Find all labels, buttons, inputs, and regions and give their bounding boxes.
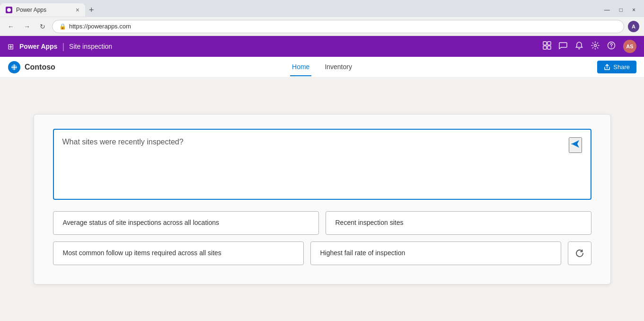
suggestion-common-items[interactable]: Most common follow up items required acr… (53, 241, 304, 265)
contoso-logo-icon (8, 61, 21, 74)
browser-tab: Power Apps × (0, 3, 85, 17)
suggestions-row1: Average status of site inspections acros… (53, 211, 591, 235)
svg-point-0 (7, 8, 11, 12)
svg-rect-4 (547, 46, 551, 49)
search-send-button[interactable] (569, 137, 582, 153)
svg-rect-3 (543, 46, 547, 49)
address-bar: ← → ↻ 🔒 https://powerapps.com A (0, 17, 644, 36)
lock-icon: 🔒 (59, 23, 66, 30)
close-button[interactable]: × (629, 7, 638, 13)
tab-inventory[interactable]: Inventory (323, 58, 354, 76)
suggestion-avg-status[interactable]: Average status of site inspections acros… (53, 211, 319, 235)
app-profile-icon[interactable]: AS (623, 40, 636, 53)
app-header-icons: AS (543, 40, 636, 53)
suggestion-recent-sites[interactable]: Recent inspection sites (326, 211, 591, 235)
tab-close-icon[interactable]: × (76, 6, 79, 14)
forward-button[interactable]: → (21, 21, 33, 32)
address-text: https://powerapps.com (69, 23, 131, 30)
share-icon (604, 64, 610, 71)
app-content: Contoso Home Inventory Share What sites … (0, 57, 644, 321)
tab-title: Power Apps (16, 7, 72, 13)
suggestion-fail-rate[interactable]: Highest fail rate of inspection (310, 241, 561, 265)
grid-icon[interactable]: ⊞ (8, 42, 14, 51)
svg-rect-1 (543, 42, 547, 45)
powerapps-logo-label: Power Apps (19, 43, 57, 50)
app-logo-name: Contoso (25, 63, 55, 71)
new-tab-button[interactable]: + (85, 5, 98, 15)
tab-home[interactable]: Home (290, 58, 311, 76)
bell-icon[interactable] (575, 41, 583, 52)
address-input[interactable]: 🔒 https://powerapps.com (52, 20, 624, 33)
suggestions-row2: Most common follow up items required acr… (53, 241, 591, 265)
puzzle-icon[interactable] (543, 41, 551, 52)
main-panel: What sites were recently inspected? Aver… (34, 114, 611, 284)
app-logo-area: Contoso (8, 61, 55, 74)
gear-icon[interactable] (591, 41, 600, 52)
nav-tabs: Home Inventory (290, 58, 354, 76)
window-controls: — □ × (601, 7, 644, 13)
app-nav: Contoso Home Inventory Share (0, 57, 644, 78)
refresh-icon (575, 249, 584, 258)
browser-profile-icon[interactable]: A (628, 21, 639, 32)
minimize-button[interactable]: — (601, 7, 613, 13)
refresh-suggestions-button[interactable] (568, 241, 591, 265)
share-button[interactable]: Share (597, 61, 636, 73)
send-icon (570, 138, 581, 150)
refresh-browser-button[interactable]: ↻ (37, 21, 48, 32)
header-divider: | (62, 42, 64, 52)
search-box[interactable]: What sites were recently inspected? (53, 129, 591, 200)
svg-point-5 (594, 45, 597, 47)
app-header-title: Site inspection (69, 43, 112, 50)
tab-favicon (6, 7, 12, 13)
tab-bar: Power Apps × + — □ × (0, 0, 644, 17)
main-area: What sites were recently inspected? Aver… (0, 78, 644, 321)
search-input[interactable]: What sites were recently inspected? (62, 136, 564, 148)
chat-icon[interactable] (559, 41, 567, 52)
question-icon[interactable] (607, 41, 616, 52)
svg-rect-2 (547, 42, 551, 45)
share-button-label: Share (613, 63, 630, 71)
svg-point-7 (611, 47, 612, 48)
back-button[interactable]: ← (5, 21, 17, 32)
browser-chrome: Power Apps × + — □ × ← → ↻ 🔒 https://pow… (0, 0, 644, 36)
maximize-button[interactable]: □ (617, 7, 626, 13)
app-header: ⊞ Power Apps | Site inspection AS (0, 36, 644, 57)
suggestions-container: Average status of site inspections acros… (53, 211, 591, 265)
